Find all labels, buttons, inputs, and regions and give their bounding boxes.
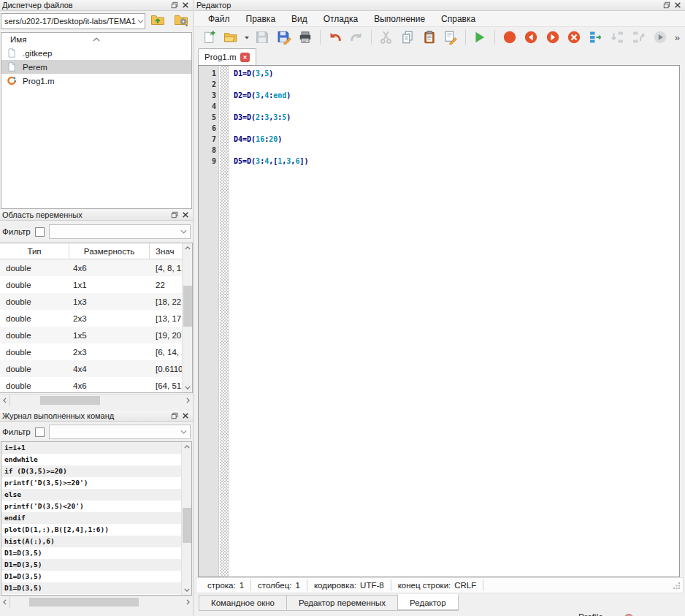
variable-row[interactable]: double1x5[19, 20, 2 [0, 327, 182, 343]
resize-grip-icon[interactable] [673, 582, 681, 590]
save-as-button[interactable] [275, 28, 293, 46]
code-line[interactable]: 2 [199, 79, 679, 90]
close-panel-icon[interactable] [180, 1, 191, 10]
file-row[interactable]: Prog1.m [1, 74, 191, 88]
scroll-down-icon[interactable] [183, 383, 193, 392]
open-dropdown-button[interactable] [243, 28, 250, 46]
step-button[interactable] [586, 28, 605, 46]
variable-row[interactable]: double4x6[64, 512, [0, 377, 182, 393]
file-row[interactable]: .gitkeep [1, 46, 191, 60]
filter-checkbox[interactable] [35, 427, 45, 437]
variables-vertical-scrollbar[interactable] [182, 243, 192, 392]
chevron-down-icon[interactable] [178, 229, 188, 234]
filter-checkbox[interactable] [35, 227, 45, 237]
scroll-right-icon[interactable] [183, 395, 193, 406]
code-line[interactable]: 5D3=D(2:3,3:5) [199, 112, 679, 123]
scroll-up-icon[interactable] [183, 243, 193, 253]
scroll-left-icon[interactable] [0, 596, 10, 608]
continue-button[interactable] [651, 28, 669, 46]
scroll-right-icon[interactable] [183, 596, 193, 608]
scrollbar-thumb[interactable] [183, 508, 191, 543]
variable-row[interactable]: double1x122 [0, 276, 182, 293]
scroll-down-icon[interactable] [182, 585, 192, 595]
history-item[interactable]: endwhile [1, 454, 182, 465]
menu-item[interactable]: Вид [283, 12, 315, 26]
next-breakpoint-button[interactable] [543, 28, 562, 46]
filter-combobox[interactable] [49, 224, 191, 239]
scrollbar-thumb[interactable] [29, 598, 139, 607]
step-out-button[interactable] [629, 28, 648, 46]
history-item[interactable]: i=i+1 [1, 442, 182, 454]
print-button[interactable] [296, 28, 315, 46]
menu-item[interactable]: Правка [238, 12, 284, 26]
copy-button[interactable] [398, 28, 416, 46]
scroll-left-icon[interactable] [0, 395, 10, 406]
variables-horizontal-scrollbar[interactable] [0, 394, 193, 406]
variable-row[interactable]: double2x3[6, 14, 26 [0, 343, 182, 360]
chevron-down-icon[interactable] [178, 430, 188, 434]
menu-item[interactable]: Справка [433, 12, 483, 26]
code-line[interactable]: 1D1=D(3,5) [199, 68, 679, 79]
history-item[interactable]: else [1, 489, 182, 501]
history-item[interactable]: if (D(3,5)>=20) [1, 465, 182, 477]
filter-combobox[interactable] [49, 425, 191, 439]
history-item[interactable]: hist(A(:),6) [1, 536, 182, 547]
folder-up-button[interactable] [147, 12, 169, 30]
scrollbar-thumb[interactable] [40, 396, 100, 405]
variable-row[interactable]: double4x4[0.6110, [0, 360, 182, 377]
code-line[interactable]: 8 [199, 145, 679, 156]
toggle-breakpoint-button[interactable] [500, 28, 518, 46]
dock-tab-active[interactable]: Редактор [398, 594, 459, 611]
float-panel-icon[interactable] [169, 411, 180, 421]
history-item[interactable]: D1=D(3,5) [1, 582, 182, 594]
history-item[interactable]: endif [1, 512, 182, 524]
variable-row[interactable]: double4x6[4, 8, 12, [0, 259, 182, 276]
code-editor[interactable]: 1D1=D(3,5)23D2=D(3,4:end)45D3=D(2:3,3:5)… [198, 65, 680, 577]
close-panel-icon[interactable] [180, 411, 191, 421]
close-panel-icon[interactable] [672, 1, 683, 10]
history-vertical-scrollbar[interactable] [181, 442, 191, 595]
file-row[interactable]: Perem [1, 60, 191, 74]
step-in-button[interactable] [608, 28, 626, 46]
close-tab-icon[interactable] [240, 53, 250, 62]
column-header-dimension[interactable]: Размерность [69, 243, 150, 259]
variable-row[interactable]: double2x3[13, 17, 2 [0, 310, 182, 327]
close-panel-icon[interactable] [180, 210, 191, 220]
code-line[interactable]: 3D2=D(3,4:end) [199, 90, 679, 101]
variable-row[interactable]: double1x3[18, 22, 2 [0, 293, 182, 310]
menu-item[interactable]: Выполнение [366, 12, 433, 26]
history-item[interactable]: printf('D(3,5)<20') [1, 501, 182, 512]
float-panel-icon[interactable] [169, 1, 180, 10]
code-line[interactable]: 6 [199, 123, 679, 134]
history-item[interactable]: D1=D(3,5) [1, 571, 182, 582]
prev-breakpoint-button[interactable] [522, 28, 540, 46]
undo-button[interactable] [326, 28, 344, 46]
save-button[interactable] [253, 28, 272, 46]
code-line[interactable]: 4 [199, 101, 679, 112]
scrollbar-thumb[interactable] [183, 286, 192, 327]
dock-tab-inactive[interactable]: Редактор переменных [287, 595, 398, 611]
run-button[interactable] [471, 28, 489, 46]
current-directory-combobox[interactable]: sers/u202-17/Desktop/it-labs/TEMA1 [1, 13, 145, 29]
menu-item[interactable]: Файл [200, 12, 238, 26]
menu-item[interactable]: Отладка [315, 12, 366, 26]
open-file-button[interactable] [221, 28, 240, 46]
editor-tab-prog1[interactable]: Prog1.m [198, 48, 256, 65]
new-script-button[interactable] [200, 28, 218, 46]
paste-button[interactable] [420, 28, 438, 46]
remove-breakpoints-button[interactable] [565, 28, 583, 46]
find-button[interactable] [441, 28, 459, 46]
history-item[interactable]: plot(D(1,:),B([2,4],1:6)) [1, 524, 182, 536]
history-item[interactable]: D1=D(3,5) [1, 547, 182, 559]
toolbar-overflow-icon[interactable]: » [673, 32, 682, 43]
cut-button[interactable] [377, 28, 395, 46]
dock-tab-inactive[interactable]: Командное окно [199, 595, 287, 611]
folder-actions-button[interactable] [170, 12, 192, 30]
chevron-down-icon[interactable] [136, 19, 145, 23]
float-panel-icon[interactable] [169, 210, 180, 220]
sort-ascending-icon[interactable] [93, 34, 100, 44]
code-line[interactable]: 9D5=D(3:4,[1,3,6]) [199, 156, 679, 167]
code-line[interactable]: 7D4=D(16:20) [199, 134, 679, 145]
history-item[interactable]: printf('D(3,5)>=20') [1, 477, 182, 489]
float-panel-icon[interactable] [661, 1, 672, 10]
